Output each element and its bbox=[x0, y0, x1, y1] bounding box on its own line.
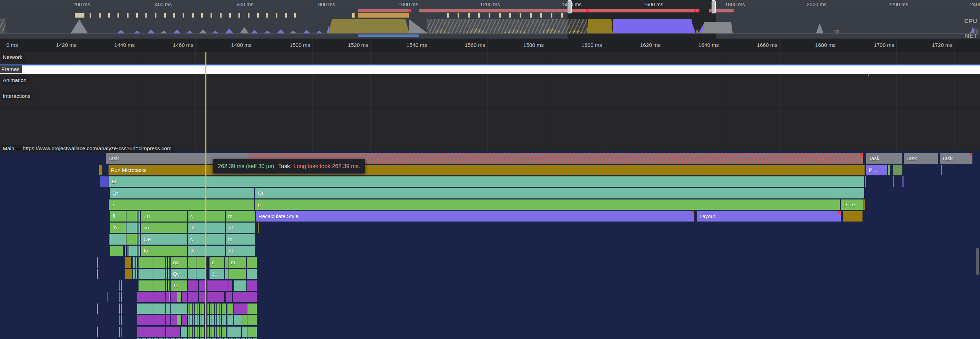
flame-bar[interactable] bbox=[119, 326, 120, 337]
flame-bar[interactable] bbox=[136, 257, 137, 268]
flame-bar[interactable]: p bbox=[109, 199, 254, 210]
flame-bar[interactable] bbox=[843, 211, 862, 221]
flame-bar[interactable] bbox=[247, 280, 257, 291]
flame-bar[interactable] bbox=[153, 304, 165, 314]
flame-bar[interactable] bbox=[247, 304, 257, 314]
flame-bar[interactable] bbox=[125, 257, 131, 268]
flame-bar[interactable] bbox=[109, 234, 110, 245]
flame-bar[interactable]: D…e bbox=[841, 199, 864, 210]
flame-bar[interactable] bbox=[234, 315, 241, 325]
flame-bar[interactable] bbox=[139, 211, 140, 221]
flame-bar[interactable] bbox=[902, 177, 904, 187]
flame-bar[interactable] bbox=[893, 177, 894, 187]
flame-bar[interactable] bbox=[153, 292, 165, 302]
flame-bar[interactable]: Qt bbox=[110, 188, 254, 199]
flame-bar[interactable] bbox=[166, 315, 170, 325]
flame-bar[interactable] bbox=[99, 165, 102, 175]
flame-bar[interactable] bbox=[121, 292, 122, 302]
flame-bar[interactable] bbox=[137, 246, 138, 256]
flame-bar[interactable] bbox=[119, 315, 120, 325]
flame-bar[interactable]: Je bbox=[188, 246, 225, 256]
flame-bar[interactable] bbox=[228, 315, 233, 325]
flame-bar[interactable] bbox=[207, 326, 227, 337]
flame-bar[interactable] bbox=[153, 280, 165, 291]
flame-bar[interactable] bbox=[126, 223, 137, 233]
flame-bar[interactable] bbox=[137, 223, 138, 233]
flame-bar[interactable] bbox=[169, 292, 170, 302]
flame-bar[interactable]: P… bbox=[866, 165, 887, 175]
flame-bar[interactable] bbox=[121, 326, 122, 337]
flame-bar[interactable]: Task bbox=[866, 153, 902, 164]
flame-bar[interactable] bbox=[110, 246, 123, 256]
flame-bar[interactable] bbox=[137, 326, 165, 337]
flame-bar[interactable] bbox=[153, 269, 165, 279]
flame-bar[interactable] bbox=[170, 280, 170, 291]
flame-bar[interactable] bbox=[125, 269, 132, 279]
flame-bar[interactable] bbox=[247, 257, 257, 268]
flame-bar[interactable] bbox=[181, 326, 187, 337]
flame-bar[interactable] bbox=[170, 269, 170, 279]
window-handle-right[interactable] bbox=[711, 0, 716, 13]
timeline-overview[interactable]: 200 ms400 ms600 ms800 ms1000 ms1200 ms14… bbox=[0, 0, 980, 38]
flame-bar[interactable] bbox=[228, 326, 241, 337]
flame-bar[interactable] bbox=[100, 177, 108, 187]
flame-bar[interactable] bbox=[137, 211, 138, 221]
flame-bar[interactable]: Je bbox=[210, 269, 224, 279]
flame-bar[interactable] bbox=[153, 315, 165, 325]
flame-bar[interactable]: Qe bbox=[141, 234, 187, 245]
overview-shade-left[interactable] bbox=[0, 0, 568, 38]
flame-bar[interactable] bbox=[121, 315, 122, 325]
flame-bar[interactable] bbox=[233, 292, 257, 302]
flame-bar[interactable] bbox=[170, 257, 170, 268]
flame-bar[interactable]: Task bbox=[904, 153, 938, 164]
overview-shade-right[interactable] bbox=[716, 0, 980, 38]
flame-bar[interactable] bbox=[188, 292, 198, 302]
flame-bar[interactable] bbox=[138, 269, 153, 279]
flame-bar[interactable]: Io bbox=[141, 246, 187, 256]
flame-bar[interactable] bbox=[121, 304, 122, 314]
flame-bar[interactable] bbox=[256, 326, 257, 337]
flame-bar[interactable]: Layout bbox=[697, 211, 841, 221]
flame-bar[interactable] bbox=[166, 304, 170, 314]
flame-bar[interactable] bbox=[228, 280, 232, 291]
flame-bar[interactable]: Qe bbox=[170, 269, 187, 279]
flame-bar[interactable] bbox=[166, 326, 180, 337]
flame-bar[interactable] bbox=[247, 315, 257, 325]
flame-bar[interactable] bbox=[170, 292, 177, 302]
flame-bar[interactable] bbox=[166, 269, 167, 279]
flame-bar[interactable] bbox=[133, 269, 134, 279]
flame-bar[interactable] bbox=[248, 326, 256, 337]
flame-bar[interactable]: Recalculate Style bbox=[256, 211, 694, 221]
flame-bar[interactable] bbox=[168, 257, 169, 268]
flame-bar[interactable] bbox=[121, 280, 122, 291]
flame-bar[interactable] bbox=[199, 280, 206, 291]
flame-bar[interactable] bbox=[97, 269, 98, 279]
flame-bar[interactable] bbox=[166, 257, 167, 268]
flame-bar[interactable] bbox=[258, 223, 259, 233]
flame-bar[interactable] bbox=[137, 304, 153, 314]
flame-bar[interactable] bbox=[196, 257, 206, 268]
flame-bar[interactable] bbox=[129, 246, 137, 256]
flame-bar[interactable] bbox=[177, 292, 181, 302]
flame-bar[interactable] bbox=[228, 304, 233, 314]
flame-bar[interactable] bbox=[127, 246, 129, 256]
flame-bar[interactable] bbox=[188, 304, 206, 314]
flame-bar[interactable]: m bbox=[226, 234, 255, 245]
flame-bar[interactable] bbox=[119, 304, 120, 314]
flame-bar[interactable] bbox=[139, 223, 140, 233]
flame-bar[interactable] bbox=[893, 165, 902, 175]
flame-bar[interactable] bbox=[226, 292, 232, 302]
flame-bar[interactable] bbox=[188, 269, 196, 279]
flame-bar[interactable]: Task bbox=[940, 153, 972, 164]
flame-bar[interactable]: c bbox=[210, 257, 224, 268]
flame-bar[interactable] bbox=[865, 177, 866, 187]
flame-bar[interactable] bbox=[196, 269, 206, 279]
flame-bar[interactable] bbox=[207, 280, 227, 291]
flame-bar[interactable] bbox=[126, 211, 137, 221]
flame-bar[interactable] bbox=[119, 292, 120, 302]
flame-bar[interactable] bbox=[153, 257, 165, 268]
flame-bar[interactable]: m bbox=[226, 211, 255, 221]
flame-bar[interactable] bbox=[234, 304, 247, 314]
flame-bar[interactable] bbox=[177, 315, 181, 325]
flame-bar[interactable]: Qt bbox=[255, 188, 864, 199]
